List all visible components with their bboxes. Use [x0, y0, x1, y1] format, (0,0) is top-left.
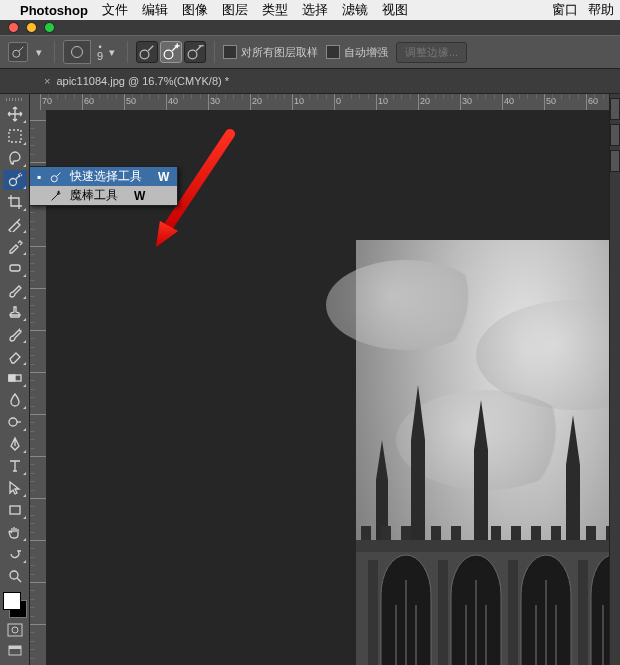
svg-rect-22: [431, 526, 441, 540]
menu-select[interactable]: 选择: [302, 1, 328, 19]
quick-mask-button[interactable]: [5, 621, 25, 639]
menu-window[interactable]: 窗口: [552, 1, 578, 19]
flyout-item-quick-selection[interactable]: ▪ 快速选择工具 W: [30, 167, 177, 186]
magic-wand-icon: [48, 189, 64, 203]
svg-rect-21: [401, 526, 411, 540]
app-name[interactable]: Photoshop: [20, 3, 88, 18]
type-tool[interactable]: [3, 456, 27, 476]
foreground-color-swatch[interactable]: [3, 592, 21, 610]
svg-point-10: [9, 418, 17, 426]
ruler-label: 0: [336, 96, 341, 106]
flyout-item-magic-wand[interactable]: 魔棒工具 W: [30, 186, 177, 205]
flyout-item-shortcut: W: [158, 170, 169, 184]
clone-stamp-tool[interactable]: [3, 302, 27, 322]
selection-mode-group: [136, 41, 206, 63]
menu-edit[interactable]: 编辑: [142, 1, 168, 19]
divider: [127, 41, 128, 63]
lasso-tool[interactable]: [3, 148, 27, 168]
refine-edge-button[interactable]: 调整边缘...: [396, 42, 467, 63]
brush-picker[interactable]: • 9 ▾: [63, 40, 119, 64]
ruler-label: 70: [42, 96, 52, 106]
document-tab[interactable]: × apic11084.jpg @ 16.7%(CMYK/8) *: [38, 75, 235, 87]
blur-tool[interactable]: [3, 390, 27, 410]
zoom-window-button[interactable]: [44, 22, 55, 33]
menu-file[interactable]: 文件: [102, 1, 128, 19]
sample-all-label: 对所有图层取样: [241, 45, 318, 60]
svg-rect-27: [551, 526, 561, 540]
screen-mode-button[interactable]: [5, 642, 25, 660]
subtract-from-selection-button[interactable]: [184, 41, 206, 63]
rotate-view-tool[interactable]: [3, 544, 27, 564]
ruler-label: 20: [420, 96, 430, 106]
auto-enhance-checkbox[interactable]: 自动增强: [326, 45, 388, 60]
svg-point-3: [188, 50, 197, 59]
svg-rect-28: [586, 526, 596, 540]
move-tool[interactable]: [3, 104, 27, 124]
ruler-label: 40: [504, 96, 514, 106]
svg-rect-33: [578, 560, 588, 665]
ruler-label: 30: [462, 96, 472, 106]
menu-help[interactable]: 帮助: [588, 1, 614, 19]
eyedropper-tool[interactable]: [3, 236, 27, 256]
marquee-tool[interactable]: [3, 126, 27, 146]
menu-layer[interactable]: 图层: [222, 1, 248, 19]
eraser-tool[interactable]: [3, 346, 27, 366]
panel-dock[interactable]: [609, 94, 620, 665]
panel-grip-icon[interactable]: [5, 98, 25, 102]
quick-selection-tool[interactable]: [3, 170, 27, 190]
svg-rect-17: [356, 540, 620, 552]
tool-preset-picker[interactable]: [8, 42, 28, 62]
horizontal-ruler[interactable]: 706050403020100102030405060: [30, 94, 620, 111]
path-selection-tool[interactable]: [3, 478, 27, 498]
new-selection-button[interactable]: [136, 41, 158, 63]
svg-rect-4: [9, 130, 21, 142]
menu-view[interactable]: 视图: [382, 1, 408, 19]
hand-tool[interactable]: [3, 522, 27, 542]
rectangle-tool[interactable]: [3, 500, 27, 520]
collapsed-panel-icon[interactable]: [610, 98, 620, 120]
history-brush-tool[interactable]: [3, 324, 27, 344]
svg-rect-31: [438, 560, 448, 665]
workspace: 706050403020100102030405060: [0, 94, 620, 665]
ruler-label: 10: [294, 96, 304, 106]
gradient-tool[interactable]: [3, 368, 27, 388]
menu-type[interactable]: 类型: [262, 1, 288, 19]
flyout-item-label: 快速选择工具: [70, 168, 142, 185]
menu-image[interactable]: 图像: [182, 1, 208, 19]
flyout-item-shortcut: W: [134, 189, 145, 203]
add-to-selection-button[interactable]: [160, 41, 182, 63]
brush-size-value: 9: [93, 52, 107, 61]
menu-filter[interactable]: 滤镜: [342, 1, 368, 19]
tool-flyout-menu: ▪ 快速选择工具 W 魔棒工具 W: [29, 166, 178, 206]
chevron-down-icon[interactable]: ▾: [36, 46, 46, 59]
flyout-item-label: 魔棒工具: [70, 187, 118, 204]
spot-heal-tool[interactable]: [3, 258, 27, 278]
auto-enhance-label: 自动增强: [344, 45, 388, 60]
collapsed-panel-icon[interactable]: [610, 124, 620, 146]
svg-rect-25: [511, 526, 521, 540]
svg-rect-13: [8, 624, 22, 636]
dodge-tool[interactable]: [3, 412, 27, 432]
brush-tool[interactable]: [3, 280, 27, 300]
divider: [214, 41, 215, 63]
ruler-label: 50: [126, 96, 136, 106]
quick-selection-icon: [48, 170, 64, 184]
sample-all-layers-checkbox[interactable]: 对所有图层取样: [223, 45, 318, 60]
svg-rect-20: [381, 526, 391, 540]
svg-point-14: [12, 627, 18, 633]
zoom-tool[interactable]: [3, 566, 27, 586]
divider: [54, 41, 55, 63]
crop-tool[interactable]: [3, 192, 27, 212]
close-window-button[interactable]: [8, 22, 19, 33]
close-tab-icon[interactable]: ×: [44, 75, 50, 87]
tools-panel: [0, 94, 30, 665]
minimize-window-button[interactable]: [26, 22, 37, 33]
color-swatches[interactable]: [3, 592, 27, 618]
slice-tool[interactable]: [3, 214, 27, 234]
collapsed-panel-icon[interactable]: [610, 150, 620, 172]
pen-tool[interactable]: [3, 434, 27, 454]
svg-point-12: [10, 571, 18, 579]
ruler-label: 10: [378, 96, 388, 106]
chevron-down-icon[interactable]: ▾: [109, 46, 119, 59]
mac-menubar: Photoshop 文件 编辑 图像 图层 类型 选择 滤镜 视图 窗口 帮助: [0, 0, 620, 20]
